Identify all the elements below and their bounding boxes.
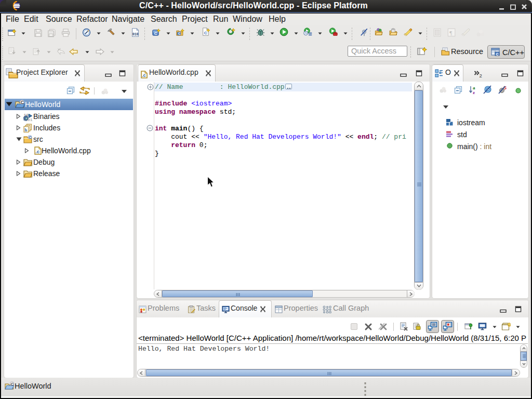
svg-text:010: 010 bbox=[132, 33, 139, 36]
svg-text:C: C bbox=[11, 382, 14, 387]
svg-text:C: C bbox=[204, 31, 207, 35]
svg-text:2: 2 bbox=[480, 73, 482, 78]
svg-text:¶: ¶ bbox=[449, 30, 452, 36]
svg-text:C: C bbox=[496, 52, 499, 56]
svg-text:C: C bbox=[178, 32, 181, 35]
svg-text:.c: .c bbox=[142, 73, 146, 78]
svg-text:z: z bbox=[473, 90, 475, 95]
svg-text:C: C bbox=[21, 100, 24, 105]
svg-text:C: C bbox=[154, 31, 157, 36]
svg-text:C: C bbox=[29, 135, 32, 140]
svg-text:01: 01 bbox=[28, 117, 33, 122]
svg-text:h: h bbox=[24, 127, 27, 132]
svg-text:.c: .c bbox=[35, 149, 39, 154]
